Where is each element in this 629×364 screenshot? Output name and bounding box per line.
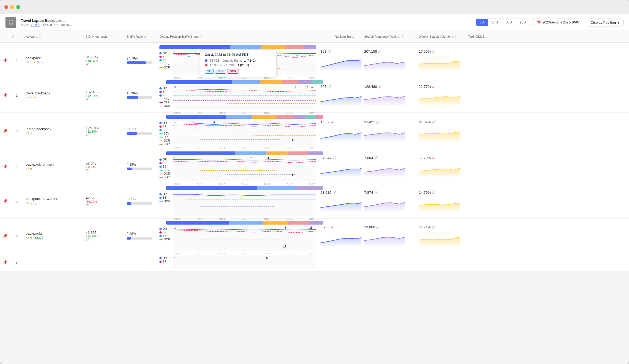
svg-point-1 — [10, 21, 12, 23]
svg-text:1: 1 — [174, 192, 176, 195]
pin-icon[interactable]: 📌 — [3, 234, 7, 238]
pin-cell-7[interactable]: 📌 — [0, 258, 10, 267]
tab-90d[interactable]: 90D — [516, 19, 530, 26]
pin-icon[interactable]: 📌 — [3, 93, 7, 97]
svg-text:1: 1 — [174, 51, 176, 54]
keyword-cell-1: backpack 🏷 ✎ ★ ⊞ ⓘ — [23, 54, 84, 67]
top3-cell-1: 17.56% 📈 — [417, 47, 466, 73]
traffic-ratio-bar-1 — [127, 61, 152, 64]
product-info: Travel Laptop Backpack,... ASIN: TZ7GB $… — [21, 19, 471, 26]
svg-text:18: 18 — [311, 86, 313, 89]
keyword-tag-icon[interactable]: 🏷 — [26, 61, 29, 65]
share-info-icon: ⓘ — [200, 35, 202, 38]
keyword-cell-7 — [23, 260, 84, 264]
svg-text:17: 17 — [292, 138, 295, 141]
ranking-chart-2: 3 1 15 18 — [173, 86, 316, 110]
traffic-ratio-cell-6: 2.98% — [124, 230, 157, 242]
pin-icon[interactable]: 📌 — [3, 260, 7, 264]
svg-text:13: 13 — [309, 226, 312, 229]
keyword-pencil-icon[interactable]: ✎ — [30, 61, 32, 65]
keyword-star-icon[interactable]: ★ — [33, 96, 36, 99]
top3-mini-chart-5 — [419, 196, 460, 212]
weekly-vol-cell-2: 128,460 📈 — [362, 82, 417, 108]
rank-cell-6: 6 — [10, 232, 23, 240]
sf-rank-cell-3: 1,352 📈 — [318, 118, 362, 144]
keyword-info-icon[interactable]: ⓘ — [34, 201, 37, 205]
traffic-ratio-bar-3 — [127, 132, 152, 135]
traffic-sort-icon[interactable]: ⇅ — [144, 35, 146, 38]
keyword-star-icon[interactable]: ★ — [30, 236, 32, 240]
th-hash: # — [10, 34, 23, 40]
keyword-star-icon[interactable]: ★ — [30, 132, 32, 135]
minimize-button[interactable] — [10, 5, 14, 9]
weekly-vol-cell-1: 207,158 📈 — [362, 47, 417, 73]
impression-cell-2: 152,458 +12.04% 📈 — [84, 88, 124, 103]
weekly-sort-icon[interactable]: ⇅ — [451, 35, 453, 38]
pin-cell-6[interactable]: 📌 — [0, 231, 10, 240]
ranking-chart-4: 1 1 4 17 — [173, 157, 316, 181]
weekly-mini-chart-4 — [364, 161, 405, 177]
tab-30d[interactable]: 30D — [502, 19, 516, 26]
tooltip-or-dot — [205, 59, 207, 62]
pin-cell-2[interactable]: 📌 — [0, 91, 10, 100]
date-range[interactable]: 📅 2023-09-30 ~ 2023-10-07 — [533, 19, 583, 26]
weekly-vol-cell-5: 7,874 📈 — [362, 188, 417, 214]
keyword-grid-icon[interactable]: ⊞ — [37, 61, 40, 65]
pin-icon[interactable]: 📌 — [3, 129, 7, 133]
svg-text:1: 1 — [174, 257, 176, 260]
svg-text:6: 6 — [266, 257, 268, 260]
pin-cell-4[interactable]: 📌 — [0, 162, 10, 171]
trend-arrow-2: 📈 — [86, 97, 89, 100]
legend-1: OR SP SB SBV OOR — [159, 51, 172, 70]
trend-arrow-1: 📈 — [86, 62, 89, 65]
weekly-vol-cell-7 — [362, 260, 417, 264]
legend-3: OR SP SB SBV HR OOR SOR — [159, 120, 172, 147]
tab-14d[interactable]: 14D — [488, 19, 502, 26]
pin-icon[interactable]: 📌 — [3, 164, 7, 169]
close-button[interactable] — [4, 5, 8, 9]
keyword-tag-icon[interactable]: 🏷 — [26, 236, 29, 240]
keyword-pencil-icon[interactable]: ✎ — [30, 96, 32, 99]
impression-cell-4: 58,648 -58.11% 📉 — [84, 159, 124, 174]
tab-7d[interactable]: 7D — [476, 19, 488, 26]
impression-cell-3: 126,014 +22.60% 📈 — [84, 124, 124, 138]
chart-cell-6: OR SP SB OOR 1 17 — [157, 219, 318, 253]
keyword-tag-icon[interactable]: 🏷 — [26, 201, 29, 205]
table-row: 📌 1 backpack 🏷 ✎ ★ ⊞ ⓘ 346,642 +48.85% 📈 — [0, 43, 629, 78]
tooltip-row-2: TZ7GB – SP Rank: 1 (P1–1) — [205, 63, 272, 67]
chevron-down-icon: ▾ — [618, 20, 619, 25]
keyword-info-icon: ⓘ — [38, 35, 41, 38]
svg-text:1: 1 — [251, 157, 253, 160]
sf-rank-sort-icon[interactable]: ⇅ — [398, 35, 400, 38]
maximize-button[interactable] — [16, 5, 20, 9]
display-position-label: Display Position — [591, 20, 616, 25]
top3-mini-chart-4 — [419, 161, 460, 177]
keyword-tag-icon[interactable]: 🏷 — [26, 96, 29, 99]
svg-text:6: 6 — [285, 226, 287, 229]
pin-cell-1[interactable]: 📌 — [0, 56, 10, 65]
table-row: 📌 4 backpack for men 🏷 ★ 58,648 -58.11% … — [0, 149, 629, 184]
product-rating: 4.7 — [54, 23, 58, 26]
top3-mini-chart-1 — [419, 55, 460, 71]
top3-cell-5: 14.79% 📈 — [417, 188, 466, 214]
rank-cell-3: 3 — [10, 127, 23, 135]
asin-value: TZ7GB — [31, 23, 40, 26]
sf-rank-info-icon: ⓘ — [401, 35, 404, 38]
keyword-star-icon[interactable]: ★ — [33, 61, 36, 65]
pin-icon[interactable]: 📌 — [3, 58, 7, 62]
keyword-star-icon[interactable]: ★ — [30, 201, 32, 205]
weekly-vol-cell-4: 7,604 📈 — [362, 154, 417, 180]
pin-cell-3[interactable]: 📌 — [0, 127, 10, 135]
traffic-ratio-cell-2: 10.90% — [124, 89, 157, 101]
display-position-button[interactable]: Display Position ▾ — [587, 19, 624, 26]
keyword-tag-icon[interactable]: 🏷 — [26, 132, 29, 135]
pin-icon[interactable]: 📌 — [3, 199, 7, 203]
svg-point-7 — [188, 55, 190, 57]
keyword-star-icon[interactable]: ★ — [30, 167, 32, 171]
keyword-tag-icon[interactable]: 🏷 — [26, 167, 29, 171]
legend-2: OR SP SB SBV CPP OOR — [159, 86, 172, 109]
pin-cell-5[interactable]: 📌 — [0, 197, 10, 205]
top3-cell-2: 22.77% 📈 — [417, 82, 466, 108]
keyword-info-icon-1[interactable]: ⓘ — [41, 61, 44, 65]
7day-sort-icon[interactable]: ⇅ — [110, 35, 112, 38]
